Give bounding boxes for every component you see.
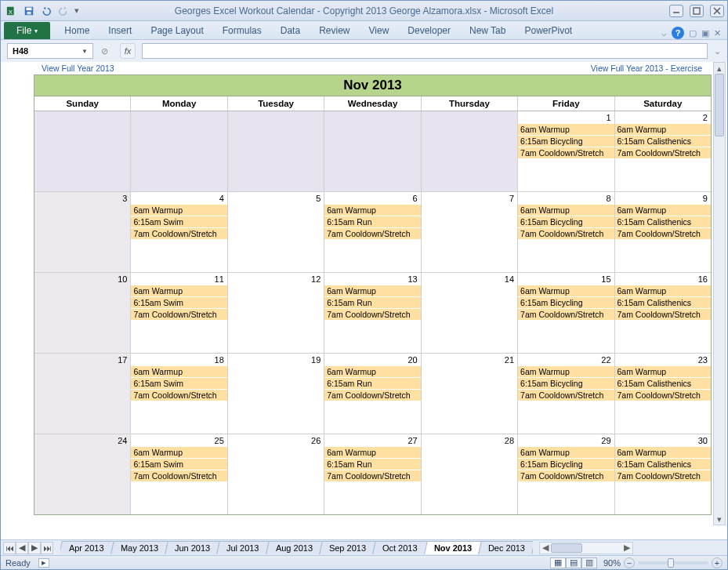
calendar-cell[interactable]: 26am Warmup6:15am Calisthenics7am Cooldo… [615, 111, 711, 191]
undo-icon[interactable] [38, 3, 54, 19]
ribbon-tab-new-tab[interactable]: New Tab [460, 22, 515, 39]
formula-input[interactable] [142, 43, 708, 59]
zoom-slider[interactable] [638, 561, 708, 565]
excel-icon[interactable]: X [4, 3, 20, 19]
calendar-cell[interactable]: 3 [34, 192, 131, 272]
scroll-up-icon[interactable]: ▴ [714, 63, 725, 74]
calendar-cell[interactable]: 14 [422, 273, 518, 353]
sheet-tab[interactable]: Aug 2013 [266, 541, 323, 554]
calendar-cell[interactable]: 12 [228, 273, 324, 353]
view-full-year-exercise-link[interactable]: View Full Year 2013 - Exercise [591, 64, 702, 73]
help-icon[interactable]: ? [672, 27, 684, 39]
ribbon-tab-view[interactable]: View [360, 22, 399, 39]
calendar-cell[interactable]: 256am Warmup6:15am Swim7am Cooldown/Stre… [131, 434, 227, 514]
zoom-slider-knob[interactable] [668, 558, 674, 568]
calendar-cell[interactable]: 276am Warmup6:15am Run7am Cooldown/Stret… [324, 434, 421, 514]
sheet-tab[interactable]: May 2013 [110, 541, 168, 554]
qat-customize-icon[interactable]: ▾ [73, 3, 81, 19]
event: 6am Warmup [518, 285, 614, 297]
event: 6am Warmup [324, 447, 420, 459]
calendar-cell[interactable] [34, 111, 131, 191]
page-break-view-icon[interactable]: ▥ [581, 557, 597, 568]
calendar-cell[interactable]: 86am Warmup6:15am Bicycling7am Cooldown/… [518, 192, 614, 272]
calendar-cell[interactable] [422, 111, 518, 191]
horizontal-scrollbar[interactable]: ◀ ▶ [539, 542, 633, 554]
ribbon-tab-data[interactable]: Data [271, 22, 310, 39]
name-box[interactable]: H48 ▼ [7, 43, 93, 59]
formula-expand-icon[interactable]: ⌄ [714, 46, 721, 56]
sheet-tab[interactable]: Jul 2013 [216, 541, 269, 554]
calendar-cell[interactable]: 296am Warmup6:15am Bicycling7am Cooldown… [518, 434, 614, 514]
zoom-out-icon[interactable]: − [624, 557, 635, 568]
calendar-cell[interactable]: 46am Warmup6:15am Swim7am Cooldown/Stret… [131, 192, 227, 272]
calendar-cell[interactable]: 19 [228, 354, 324, 434]
calendar-cell[interactable]: 186am Warmup6:15am Swim7am Cooldown/Stre… [131, 354, 227, 434]
hscroll-right-icon[interactable]: ▶ [621, 543, 632, 554]
calendar-cell[interactable]: 306am Warmup6:15am Calisthenics7am Coold… [615, 434, 711, 514]
close-button[interactable] [710, 5, 724, 17]
file-tab[interactable]: File▾ [4, 22, 50, 39]
scroll-down-icon[interactable]: ▾ [714, 514, 725, 525]
doc-restore-icon[interactable]: ▢ [689, 28, 697, 38]
page-layout-view-icon[interactable]: ▤ [566, 557, 581, 568]
sheet-tab[interactable]: Sep 2013 [319, 541, 376, 554]
day-number: 5 [316, 194, 321, 203]
calendar-cell[interactable]: 17 [34, 354, 131, 434]
event: 7am Cooldown/Stretch [615, 390, 711, 401]
macro-record-icon[interactable]: ▸ [38, 558, 49, 568]
calendar-cell[interactable] [228, 111, 324, 191]
tab-nav-prev-icon[interactable]: ◀ [16, 542, 28, 554]
maximize-button[interactable] [690, 5, 704, 17]
view-full-year-link[interactable]: View Full Year 2013 [42, 64, 114, 73]
save-icon[interactable] [21, 3, 37, 19]
tab-nav-last-icon[interactable]: ⏭ [41, 542, 53, 554]
tab-nav-first-icon[interactable]: ⏮ [3, 542, 16, 554]
calendar-cell[interactable]: 26 [228, 434, 324, 514]
calendar-cell[interactable]: 96am Warmup6:15am Calisthenics7am Cooldo… [615, 192, 711, 272]
cancel-formula-icon[interactable]: ⊘ [96, 43, 112, 59]
doc-close-icon[interactable]: ✕ [714, 28, 721, 38]
ribbon-tab-page-layout[interactable]: Page Layout [141, 22, 212, 39]
calendar-cell[interactable]: 24 [34, 434, 131, 514]
vertical-scrollbar[interactable]: ▴ ▾ [713, 62, 726, 525]
sheet-tab[interactable]: Dec 2013 [478, 541, 533, 554]
calendar-cell[interactable]: 116am Warmup6:15am Swim7am Cooldown/Stre… [131, 273, 227, 353]
minimize-button[interactable] [669, 5, 683, 17]
ribbon-tab-review[interactable]: Review [310, 22, 359, 39]
sheet-tab[interactable]: Apr 2013 [60, 541, 114, 554]
ribbon-minimize-icon[interactable]: ⌵ [661, 28, 667, 38]
calendar-cell[interactable]: 21 [422, 354, 518, 434]
event: 6am Warmup [615, 447, 711, 459]
doc-maximize-icon[interactable]: ▣ [701, 28, 709, 38]
calendar-cell[interactable]: 10 [34, 273, 131, 353]
normal-view-icon[interactable]: ▦ [550, 557, 566, 568]
ribbon-tab-formulas[interactable]: Formulas [213, 22, 271, 39]
calendar-cell[interactable]: 16am Warmup6:15am Bicycling7am Cooldown/… [518, 111, 614, 191]
calendar-cell[interactable]: 28 [422, 434, 518, 514]
calendar-cell[interactable]: 5 [228, 192, 324, 272]
sheet-tab[interactable]: Jun 2013 [165, 541, 220, 554]
calendar-cell[interactable]: 236am Warmup6:15am Calisthenics7am Coold… [615, 354, 711, 434]
redo-icon[interactable] [56, 3, 71, 19]
calendar-cell[interactable]: 156am Warmup6:15am Bicycling7am Cooldown… [518, 273, 614, 353]
calendar-cell[interactable]: 226am Warmup6:15am Bicycling7am Cooldown… [518, 354, 614, 434]
calendar-cell[interactable]: 166am Warmup6:15am Calisthenics7am Coold… [615, 273, 711, 353]
ribbon-tab-home[interactable]: Home [55, 22, 99, 39]
calendar-cell[interactable]: 7 [422, 192, 518, 272]
scroll-thumb[interactable] [715, 74, 724, 136]
sheet-tab[interactable]: Nov 2013 [424, 541, 482, 554]
hscroll-left-icon[interactable]: ◀ [540, 543, 551, 554]
tab-nav-next-icon[interactable]: ▶ [28, 542, 41, 554]
calendar-cell[interactable]: 66am Warmup6:15am Run7am Cooldown/Stretc… [324, 192, 421, 272]
zoom-in-icon[interactable]: + [712, 557, 723, 568]
ribbon-tab-developer[interactable]: Developer [398, 22, 460, 39]
ribbon-tab-powerpivot[interactable]: PowerPivot [515, 22, 581, 39]
ribbon-tab-insert[interactable]: Insert [99, 22, 141, 39]
fx-button[interactable]: fx [120, 43, 136, 59]
hscroll-thumb[interactable] [551, 543, 582, 553]
calendar-cell[interactable]: 136am Warmup6:15am Run7am Cooldown/Stret… [324, 273, 421, 353]
calendar-cell[interactable]: 206am Warmup6:15am Run7am Cooldown/Stret… [324, 354, 421, 434]
calendar-cell[interactable] [324, 111, 421, 191]
sheet-tab[interactable]: Oct 2013 [372, 541, 427, 554]
calendar-cell[interactable] [131, 111, 227, 191]
